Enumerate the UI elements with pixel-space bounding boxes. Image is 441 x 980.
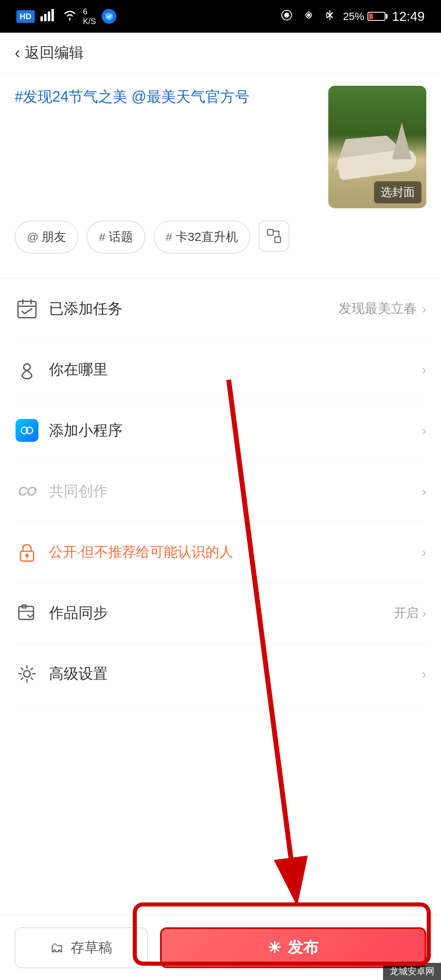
svg-rect-0 <box>40 16 43 21</box>
svg-rect-7 <box>267 229 273 235</box>
signal-icon <box>40 9 57 24</box>
svg-point-6 <box>307 13 310 17</box>
co-create-icon-container: CO <box>15 479 39 503</box>
location-icon-container <box>15 357 39 382</box>
bottom-spacer <box>0 704 441 786</box>
advanced-label: 高级设置 <box>49 664 422 684</box>
svg-rect-2 <box>48 11 50 21</box>
co-create-arrow-icon: › <box>422 484 426 499</box>
menu-item-co-create[interactable]: CO 共同创作 › <box>15 461 426 522</box>
mini-program-icon <box>16 419 38 442</box>
lock-icon <box>16 541 38 563</box>
location-arrow-icon: › <box>422 362 426 377</box>
nav-back-label: 返回编辑 <box>25 43 84 63</box>
svg-point-15 <box>26 427 33 434</box>
task-arrow-icon: › <box>422 301 426 316</box>
bottom-action-bar: 🗂 存草稿 ✳ 发布 <box>0 915 441 980</box>
sync-status: 开启 <box>394 605 419 621</box>
menu-section: 已添加任务 发现最美立春 › 你在哪里 › <box>0 278 441 704</box>
eye-icon <box>301 9 317 24</box>
battery-icon <box>368 12 385 21</box>
status-bar: HD 6 K/S <box>0 0 441 33</box>
watermark: 龙城安卓网 <box>383 963 441 980</box>
cover-select-label[interactable]: 选封面 <box>374 181 421 203</box>
co-create-label: 共同创作 <box>49 481 422 501</box>
svg-rect-9 <box>18 301 36 318</box>
draft-icon: 🗂 <box>50 940 64 956</box>
menu-item-sync[interactable]: 作品同步 开启 › <box>15 583 426 644</box>
privacy-label: 公开·但不推荐给可能认识的人 <box>49 543 422 561</box>
svg-rect-8 <box>275 237 281 243</box>
chip-more-options[interactable] <box>258 220 290 252</box>
lock-icon-container <box>15 540 39 564</box>
mini-program-icon-container <box>15 418 39 443</box>
menu-item-mini-program[interactable]: 添加小程序 › <box>15 400 426 461</box>
chip-friend[interactable]: @ 朋友 <box>15 220 78 254</box>
svg-point-13 <box>24 364 30 370</box>
sync-icon-container <box>15 601 39 625</box>
publish-label: 发布 <box>287 937 318 958</box>
sync-icon <box>16 602 38 624</box>
co-text-icon: CO <box>18 484 36 499</box>
expand-icon <box>267 229 281 243</box>
publish-icon: ✳ <box>268 939 281 957</box>
nav-bar: ‹ 返回编辑 <box>0 33 441 74</box>
advanced-arrow-icon: › <box>422 666 426 682</box>
task-icon-container <box>15 296 39 321</box>
back-button[interactable]: ‹ 返回编辑 <box>15 43 84 63</box>
battery-percent: 25% <box>343 10 364 23</box>
svg-rect-19 <box>19 606 33 619</box>
location-icon <box>16 359 38 380</box>
hash-icon-1: # <box>99 231 105 244</box>
status-time: 12:49 <box>392 9 425 24</box>
speed-indicator: 6 K/S <box>83 7 96 26</box>
mute-icon <box>323 9 336 24</box>
publish-button[interactable]: ✳ 发布 <box>160 927 426 968</box>
post-editor-area: #发现24节气之美 @最美天气官方号 选封面 @ 朋友 # 话题 <box>0 74 441 278</box>
draft-label: 存草稿 <box>71 938 112 957</box>
action-chips-row: @ 朋友 # 话题 # 卡32直升机 <box>15 220 426 254</box>
chip-tag[interactable]: # 卡32直升机 <box>154 220 250 254</box>
hash-icon-2: # <box>166 231 172 244</box>
post-text-content: #发现24节气之美 @最美天气官方号 <box>15 86 318 108</box>
airplane-tail <box>392 122 412 159</box>
task-label: 已添加任务 <box>49 299 339 319</box>
page-wrapper: HD 6 K/S <box>0 0 441 980</box>
sync-arrow-icon: › <box>422 606 426 621</box>
at-icon: @ <box>27 231 38 244</box>
svg-rect-1 <box>44 14 47 21</box>
status-bar-right: 25% 12:49 <box>279 9 425 24</box>
task-value: 发现最美立春 <box>339 300 417 318</box>
post-cover-image[interactable]: 选封面 <box>328 86 426 208</box>
chip-topic-label: 话题 <box>109 229 133 245</box>
post-editor: #发现24节气之美 @最美天气官方号 选封面 <box>15 86 426 208</box>
mini-program-arrow-icon: › <box>422 423 426 438</box>
location-label: 你在哪里 <box>49 360 422 380</box>
chip-topic[interactable]: # 话题 <box>87 220 145 254</box>
sync-label: 作品同步 <box>49 603 394 623</box>
status-bar-left: HD 6 K/S <box>16 7 116 26</box>
svg-point-22 <box>24 670 30 677</box>
back-arrow-icon: ‹ <box>15 44 20 62</box>
menu-item-privacy[interactable]: 公开·但不推荐给可能认识的人 › <box>15 522 426 583</box>
mini-program-label: 添加小程序 <box>49 421 422 441</box>
svg-point-5 <box>284 13 289 18</box>
privacy-arrow-icon: › <box>422 545 426 560</box>
draft-button[interactable]: 🗂 存草稿 <box>15 927 148 968</box>
menu-item-location[interactable]: 你在哪里 › <box>15 339 426 400</box>
hd-badge: HD <box>16 10 35 23</box>
settings-icon-container <box>15 662 39 686</box>
vpn-shield-icon <box>102 9 116 24</box>
chip-friend-label: 朋友 <box>42 229 66 245</box>
menu-item-task[interactable]: 已添加任务 发现最美立春 › <box>15 278 426 339</box>
post-text-area[interactable]: #发现24节气之美 @最美天气官方号 <box>15 86 318 208</box>
settings-icon <box>16 663 38 684</box>
chip-tag-label: 卡32直升机 <box>176 229 238 245</box>
sync-badge: 开启 › <box>394 605 426 621</box>
battery-indicator: 25% <box>343 10 385 23</box>
wifi-icon <box>62 9 77 24</box>
screen-record-icon <box>279 9 294 24</box>
menu-item-advanced[interactable]: 高级设置 › <box>15 644 426 704</box>
calendar-icon <box>16 298 38 319</box>
svg-rect-3 <box>51 9 54 21</box>
